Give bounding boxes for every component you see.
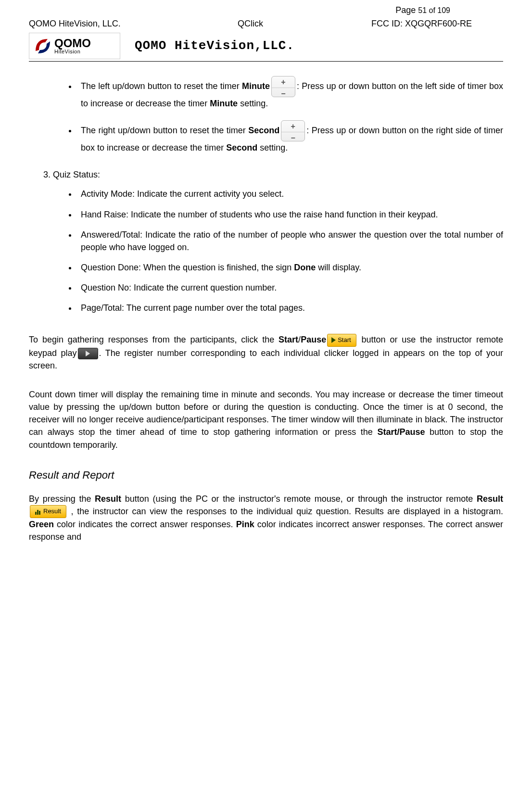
bold-text: Done: [294, 263, 316, 272]
header-divider: [29, 61, 503, 62]
bold-text: Second: [226, 143, 257, 152]
play-triangle-icon: [86, 351, 90, 356]
bold-text: Green: [29, 520, 54, 529]
header-row: QOMO HiteVision, LLC. QClick FCC ID: XQG…: [29, 17, 503, 30]
text: will display.: [316, 263, 361, 272]
bold-text: Start: [279, 335, 298, 344]
quiz-status-list: Activity Mode: Indicate the current acti…: [29, 188, 503, 314]
logo-text-small: HiteVision: [54, 49, 91, 54]
timer-bullet-list: The left up/down button to reset the tim…: [29, 76, 503, 154]
document-body: The left up/down button to reset the tim…: [29, 76, 503, 543]
text: To begin gathering responses from the pa…: [29, 335, 279, 344]
paragraph-start-pause: To begin gathering responses from the pa…: [29, 333, 503, 372]
start-button-icon: Start: [327, 334, 356, 347]
text: , the instructor can view the responses …: [67, 507, 503, 516]
header-fcc: FCC ID: XQGQRF600-RE: [324, 17, 472, 30]
text: . The register number corresponding to e…: [29, 348, 503, 370]
button-label: Start: [338, 336, 351, 345]
text: setting.: [238, 99, 268, 108]
logo-swoosh-icon: [33, 37, 52, 56]
list-item: Question No: Indicate the current questi…: [77, 281, 503, 294]
text: color indicates the correct answer respo…: [54, 520, 236, 529]
header-company: QOMO HiteVision, LLC.: [29, 17, 177, 30]
plus-minus-stepper-icon: +−: [281, 120, 305, 141]
bold-text: Minute: [210, 99, 238, 108]
bold-text: Pause: [301, 335, 326, 344]
result-button-icon: Result: [30, 505, 66, 518]
button-label: Result: [43, 507, 61, 516]
list-item: Question Done: When the question is fini…: [77, 261, 503, 274]
list-item: Activity Mode: Indicate the current acti…: [77, 188, 503, 200]
logo-text-big: QOMO: [54, 38, 91, 49]
paragraph-countdown: Count down timer will display the remain…: [29, 388, 503, 451]
list-item: Page/Total: The current page number over…: [77, 302, 503, 314]
play-triangle-icon: [331, 337, 336, 343]
page-label: Page: [395, 5, 418, 15]
page-number: 51 of 109: [418, 6, 450, 14]
logo-row: QOMO HiteVision QOMO HiteVision,LLC.: [29, 33, 503, 59]
list-item: Hand Raise: Indicate the number of stude…: [77, 208, 503, 221]
list-item: The left up/down button to reset the tim…: [77, 76, 503, 110]
text: The right up/down button to reset the ti…: [81, 126, 248, 135]
bold-text: Result: [95, 494, 121, 504]
quiz-status-heading: 3. Quiz Status:: [29, 168, 503, 181]
bold-text: Minute: [242, 81, 270, 91]
text: The left up/down button to reset the tim…: [81, 81, 242, 91]
bold-text: Pink: [236, 520, 254, 529]
text: Question Done: When the question is fini…: [81, 263, 294, 272]
list-item: Answered/Total: Indicate the ratio of th…: [77, 228, 503, 254]
company-title: QOMO HiteVision,LLC.: [135, 37, 294, 55]
text: By pressing the: [29, 494, 95, 504]
list-item: The right up/down button to reset the ti…: [77, 120, 503, 154]
plus-minus-stepper-icon: +−: [271, 76, 295, 97]
bold-text: Second: [248, 126, 279, 135]
remote-play-key-icon: [78, 348, 98, 359]
text: button (using the PC or the instructor's…: [121, 494, 477, 504]
result-report-heading: Result and Report: [29, 468, 503, 483]
histogram-icon: [35, 509, 40, 515]
text: setting.: [257, 143, 288, 152]
page-indicator: Page 51 of 109: [29, 4, 503, 16]
bold-text: Result: [477, 494, 503, 504]
logo: QOMO HiteVision: [29, 33, 120, 59]
paragraph-result: By pressing the Result button (using the…: [29, 493, 503, 544]
header-product: QClick: [177, 17, 324, 30]
bold-text: Start/Pause: [377, 427, 425, 437]
